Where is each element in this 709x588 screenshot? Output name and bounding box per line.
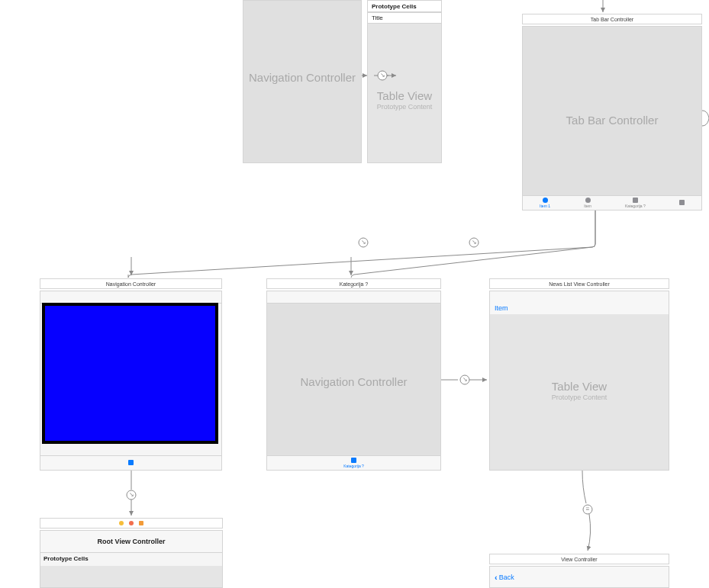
news-list-tableview-label: Table View: [490, 380, 669, 393]
tab-bar-controller-title: Tab Bar Controller: [522, 14, 702, 24]
kategorija-nav-bar: [267, 291, 440, 304]
blue-content-view[interactable]: [45, 306, 215, 441]
title-cell: Title: [368, 12, 441, 24]
tab-bar-controller-scene[interactable]: Tab Bar Controller Item 1 Item Kategorij…: [522, 26, 702, 210]
svg-text:↘: ↘: [472, 239, 477, 246]
back-label-text: Back: [499, 574, 514, 581]
tab-icon-3: [679, 200, 685, 205]
root-view-nav-bar: Root View Controller: [40, 531, 222, 553]
tab-bar-controller-label: Tab Bar Controller: [523, 114, 701, 127]
tab-item-1[interactable]: Item: [584, 198, 591, 208]
tab-label-1: Item: [584, 204, 591, 208]
tab-label-0: Item 1: [540, 204, 550, 208]
dock-icon-orange: [139, 521, 143, 525]
top-table-view-scene[interactable]: Prototype Cells Title Table View Prototy…: [367, 0, 442, 163]
kategorija-bottom-bar: Kategorija ?: [267, 455, 440, 470]
back-button[interactable]: ‹ Back: [495, 573, 514, 582]
dock-icon-yellow: [119, 521, 124, 525]
kategorija-label: Navigation Controller: [267, 375, 440, 388]
svg-point-20: [583, 505, 592, 514]
chevron-left-icon: ‹: [495, 573, 498, 582]
kategorija-title: Kategorija ?: [266, 278, 441, 289]
view-controller-title: View Controller: [489, 554, 669, 564]
prototype-cells-header: Prototype Cells: [368, 1, 441, 12]
svg-point-13: [460, 375, 469, 384]
tab-item-0[interactable]: Item 1: [540, 198, 550, 208]
dock-icon-red: [129, 521, 134, 525]
svg-text:↘: ↘: [361, 239, 366, 246]
table-view-label: Table View: [368, 89, 441, 102]
svg-text:↘: ↘: [129, 491, 134, 498]
news-list-item-label: Item: [495, 304, 508, 312]
tab-label-2: Kategorija ?: [625, 204, 646, 208]
root-view-dock: [40, 518, 223, 529]
tab-icon-1: [585, 198, 591, 203]
root-view-scene[interactable]: Root View Controller Prototype Cells: [40, 530, 223, 588]
mid-nav-nav-bar: [40, 291, 221, 304]
view-controller-scene[interactable]: ‹ Back: [489, 566, 669, 588]
svg-point-17: [127, 490, 136, 500]
tab-bar: Item 1 Item Kategorija ?: [523, 195, 701, 210]
kategorija-bottom-icon: [351, 458, 356, 463]
svg-point-9: [469, 238, 479, 247]
tab-item-3[interactable]: [679, 200, 685, 206]
svg-text:↘: ↘: [462, 376, 468, 383]
tab-icon-2: [633, 198, 638, 203]
news-list-title: News List View Controller: [489, 278, 669, 289]
svg-text:≡: ≡: [586, 506, 590, 512]
mid-nav-controller-title: Navigation Controller: [40, 278, 222, 289]
kategorija-scene[interactable]: Navigation Controller Kategorija ?: [266, 291, 441, 471]
tab-icon-0: [543, 198, 548, 203]
news-list-tableview-sublabel: Prototype Content: [490, 394, 669, 401]
mid-nav-bottom-icon: [128, 460, 134, 465]
tab-item-2[interactable]: Kategorija ?: [625, 198, 646, 208]
dock-icons: [119, 521, 143, 525]
root-view-prototype-cells: Prototype Cells: [44, 555, 89, 562]
root-view-title: Root View Controller: [98, 538, 166, 545]
news-list-scene[interactable]: Item Table View Prototype Content: [489, 291, 669, 471]
top-nav-controller-scene[interactable]: Navigation Controller: [243, 0, 362, 163]
mid-nav-bottom-bar: [40, 455, 221, 470]
table-view-sublabel: Prototype Content: [368, 103, 441, 111]
nav-controller-label: Navigation Controller: [243, 71, 361, 84]
mid-nav-controller-scene[interactable]: [40, 291, 222, 471]
svg-point-6: [359, 238, 368, 247]
kategorija-bottom-label: Kategorija ?: [343, 464, 364, 468]
news-list-nav-bar: Item: [490, 291, 669, 315]
